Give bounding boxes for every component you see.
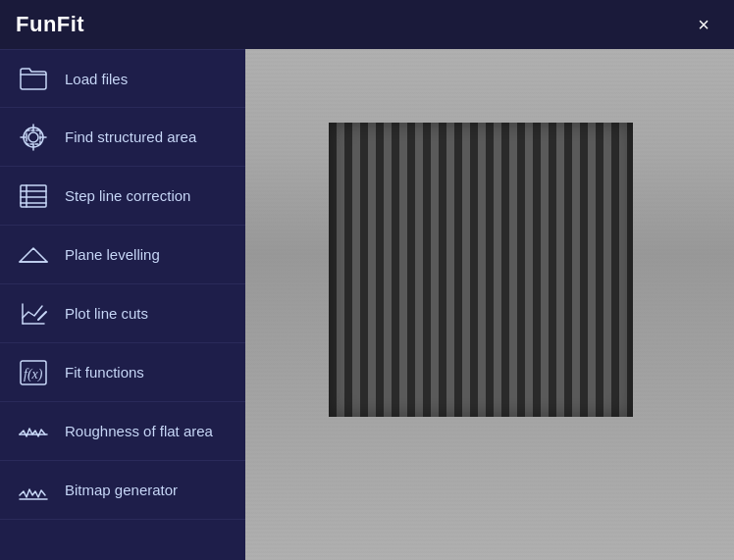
svg-point-1 [28,132,38,142]
structured-area-shadow [329,123,633,417]
svg-line-16 [38,312,46,320]
app-title: FunFit [16,12,84,37]
target-icon [16,120,51,155]
step-line-correction-label: Step line correction [65,187,190,204]
find-structured-area-label: Find structured area [65,128,196,145]
function-icon: f(x) [16,355,51,390]
microscope-image [245,49,734,560]
svg-marker-12 [20,248,47,262]
plane-levelling-label: Plane levelling [65,246,160,263]
fit-functions-label: Fit functions [65,364,144,381]
load-files-label: Load files [65,71,128,87]
plane-icon [16,237,51,273]
plot-line-cuts-label: Plot line cuts [65,305,148,322]
main-content: Load files Find structured area [0,49,734,560]
step-line-icon [16,178,51,214]
sidebar: Load files Find structured area [0,49,245,560]
sidebar-item-fit-functions[interactable]: f(x) Fit functions [0,343,245,402]
structured-area [329,123,633,417]
svg-text:f(x): f(x) [24,367,43,382]
image-area [245,49,734,560]
sidebar-item-plane-levelling[interactable]: Plane levelling [0,226,245,284]
sidebar-item-load-files[interactable]: Load files [0,49,245,108]
sidebar-item-find-structured-area[interactable]: Find structured area [0,108,245,167]
title-bar: FunFit × [0,0,734,49]
sidebar-item-bitmap-generator[interactable]: Bitmap generator [0,461,245,520]
bitmap-icon [16,473,51,508]
sidebar-item-plot-line-cuts[interactable]: Plot line cuts [0,284,245,343]
sidebar-item-roughness-flat-area[interactable]: Roughness of flat area [0,402,245,461]
sidebar-item-step-line-correction[interactable]: Step line correction [0,167,245,226]
plot-icon [16,296,51,331]
roughness-icon [16,414,51,449]
bitmap-generator-label: Bitmap generator [65,482,178,498]
close-button[interactable]: × [689,10,718,39]
folder-icon [16,61,51,96]
roughness-flat-area-label: Roughness of flat area [65,423,213,439]
